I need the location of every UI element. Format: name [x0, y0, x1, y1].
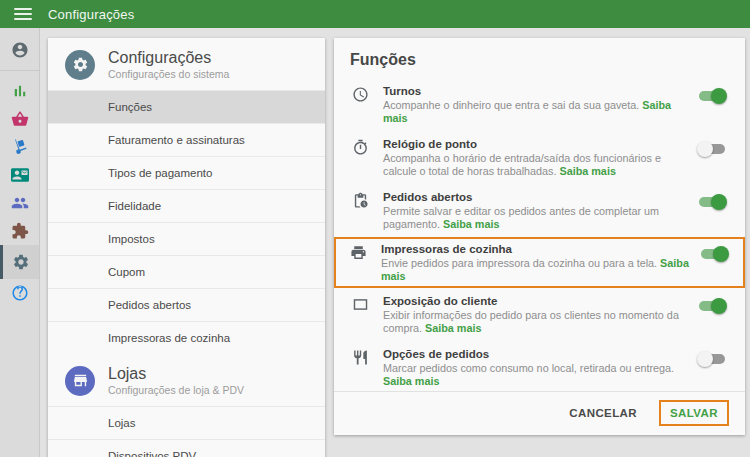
- function-description: Permite salvar e editar os pedidos antes…: [383, 205, 687, 231]
- function-toggle[interactable]: [697, 141, 727, 157]
- cancel-button[interactable]: CANCELAR: [569, 407, 637, 419]
- contact-card-icon: [11, 166, 29, 184]
- function-row: Turnos Acompanhe o dinheiro que entra e …: [334, 78, 745, 131]
- save-button[interactable]: SALVAR: [659, 400, 729, 426]
- people-icon: [11, 194, 29, 212]
- hamburger-menu-icon[interactable]: [14, 8, 32, 20]
- section-title: Configurações: [108, 49, 229, 67]
- page-title: Configurações: [48, 7, 134, 22]
- function-row: Relógio de ponto Acompanha o horário de …: [334, 131, 745, 184]
- rail-item-hand-truck[interactable]: [0, 133, 39, 161]
- learn-more-link[interactable]: Saiba mais: [443, 218, 499, 230]
- section-subtitle: Configurações do sistema: [108, 68, 229, 80]
- account-circle-icon: [11, 41, 29, 59]
- function-row: Exposição do cliente Exibir informações …: [334, 288, 745, 341]
- clock-icon: [352, 86, 370, 107]
- function-label: Pedidos abertos: [383, 190, 687, 204]
- timer-icon: [352, 139, 370, 160]
- function-label: Exposição do cliente: [383, 294, 687, 308]
- panel-title: Funções: [334, 38, 745, 78]
- section-items: FunçõesFaturamento e assinaturasTipos de…: [48, 90, 325, 354]
- function-label: Impressoras de cozinha: [381, 242, 689, 256]
- sidebar-item[interactable]: Impressoras de cozinha: [48, 321, 325, 354]
- learn-more-link[interactable]: Saiba mais: [425, 322, 481, 334]
- bar-chart-icon: [11, 82, 29, 100]
- sidebar-item[interactable]: Faturamento e assinaturas: [48, 123, 325, 156]
- sidebar-section-header: Lojas Configurações de loja & PDV: [48, 354, 325, 406]
- rail-item-puzzle[interactable]: [0, 217, 39, 245]
- learn-more-link[interactable]: Saiba mais: [559, 165, 615, 177]
- rail-item-contact-card[interactable]: [0, 161, 39, 189]
- sidebar-item[interactable]: Pedidos abertos: [48, 288, 325, 321]
- function-description: Envie pedidos para impressora da cozinha…: [381, 257, 689, 283]
- function-toggle[interactable]: [697, 298, 727, 314]
- rail-item-bar-chart[interactable]: [0, 77, 39, 105]
- rail-item-account-circle[interactable]: [0, 36, 39, 64]
- section-title: Lojas: [108, 365, 244, 383]
- rail-item-gear[interactable]: [0, 245, 39, 279]
- function-label: Opções de pedidos: [383, 347, 687, 361]
- rail-item-people[interactable]: [0, 189, 39, 217]
- section-items: LojasDispositivos PDV: [48, 406, 325, 457]
- learn-more-link[interactable]: Saiba mais: [383, 375, 439, 387]
- sidebar-item[interactable]: Impostos: [48, 222, 325, 255]
- sidebar-section-header: Configurações Configurações do sistema: [48, 38, 325, 90]
- settings-app: Configurações Configurações Configuraçõe…: [0, 0, 750, 457]
- function-description: Marcar pedidos como consumo no local, re…: [383, 362, 687, 388]
- function-description: Acompanha o horário de entrada/saída dos…: [383, 152, 687, 178]
- function-toggle[interactable]: [697, 88, 727, 104]
- gear-icon: [65, 50, 95, 80]
- gear-icon: [12, 253, 30, 271]
- help-icon: [11, 284, 29, 302]
- sidebar-item[interactable]: Cupom: [48, 255, 325, 288]
- store-icon: [65, 366, 95, 396]
- function-description: Exibir informações do pedido para os cli…: [383, 309, 687, 335]
- settings-sidebar: Configurações Configurações do sistema F…: [48, 38, 325, 457]
- function-label: Turnos: [383, 84, 687, 98]
- function-label: Relógio de ponto: [383, 137, 687, 151]
- display-icon: [352, 296, 370, 317]
- sidebar-item[interactable]: Dispositivos PDV: [48, 439, 325, 457]
- hand-truck-icon: [11, 138, 29, 156]
- section-subtitle: Configurações de loja & PDV: [108, 384, 244, 396]
- function-toggle[interactable]: [699, 246, 729, 262]
- shopping-basket-icon: [11, 110, 29, 128]
- function-row: Pedidos abertos Permite salvar e editar …: [334, 184, 745, 237]
- app-header: Configurações: [0, 0, 750, 28]
- function-toggle[interactable]: [697, 351, 727, 367]
- sidebar-item[interactable]: Fidelidade: [48, 189, 325, 222]
- puzzle-icon: [11, 222, 29, 240]
- sidebar-item[interactable]: Tipos de pagamento: [48, 156, 325, 189]
- function-row: Opções de pedidos Marcar pedidos como co…: [334, 341, 745, 391]
- function-rows: Turnos Acompanhe o dinheiro que entra e …: [334, 78, 745, 391]
- cutlery-icon: [352, 349, 370, 370]
- functions-panel: Funções Turnos Acompanhe o dinheiro que …: [334, 38, 745, 435]
- function-description: Acompanhe o dinheiro que entra e sai da …: [383, 99, 687, 125]
- rail-item-shopping-basket[interactable]: [0, 105, 39, 133]
- sidebar-item[interactable]: Lojas: [48, 406, 325, 439]
- function-row: Impressoras de cozinha Envie pedidos par…: [334, 237, 745, 288]
- function-toggle[interactable]: [697, 194, 727, 210]
- sidebar-item[interactable]: Funções: [48, 90, 325, 123]
- icon-rail: [0, 28, 40, 457]
- rail-item-help[interactable]: [0, 279, 39, 307]
- printer-icon: [350, 244, 368, 265]
- open-orders-icon: [352, 192, 370, 213]
- panel-footer: CANCELAR SALVAR: [334, 391, 745, 435]
